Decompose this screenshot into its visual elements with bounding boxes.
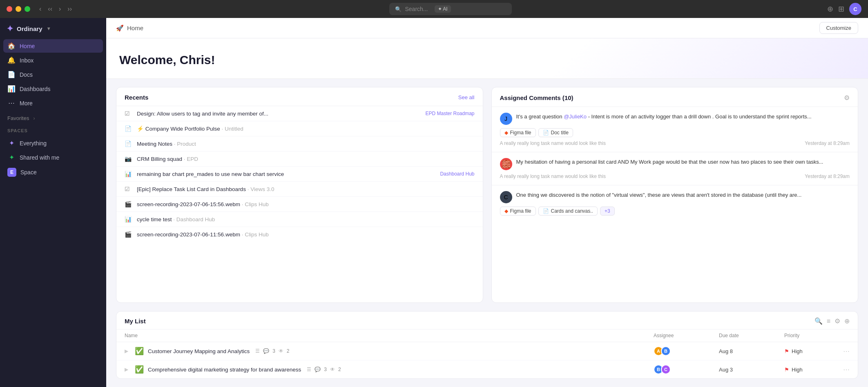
main-content: 🚀 Home Customize Welcome, Chris! Recents… — [106, 18, 868, 387]
sidebar-item-home[interactable]: 🏠 Home — [3, 39, 103, 53]
recent-item-6[interactable]: 🎬 screen-recording-2023-07-06-15:56.webm… — [116, 197, 483, 212]
close-traffic-light[interactable] — [7, 6, 12, 12]
sidebar-item-everything[interactable]: ✦ Everything — [3, 136, 103, 150]
grid-icon[interactable]: ⊞ — [838, 4, 844, 13]
workspace-header[interactable]: ✦ Ordinary ▾ — [0, 18, 106, 38]
shared-icon: ✦ — [7, 153, 16, 161]
recent-item-3[interactable]: 📷 CRM Billing squad · EPD — [116, 151, 483, 167]
ai-label: ✦ AI — [438, 6, 448, 12]
home-icon: 🏠 — [7, 42, 16, 50]
task-meta-count-0: 3 — [272, 348, 275, 354]
customize-button[interactable]: Customize — [819, 22, 858, 34]
spaces-section-label: SPACES — [0, 124, 106, 135]
tag-figma-0[interactable]: ◆ Figma file — [500, 128, 536, 137]
sidebar-item-space-label: Space — [20, 169, 37, 176]
forward-arrow-left[interactable]: ‹‹ — [45, 4, 55, 13]
comments-card: Assigned Comments (10) ⚙ J It's a great … — [491, 87, 859, 303]
recent-title-6: screen-recording-2023-07-06-15:56.webm ·… — [137, 201, 475, 207]
recent-item-0[interactable]: ☑ Design: Allow users to tag and invite … — [116, 106, 483, 121]
check-icon-0[interactable]: ✅ — [135, 347, 144, 356]
duedate-cell-1: Aug 3 — [719, 367, 784, 373]
recent-badge-4: Dashboard Hub — [440, 171, 474, 177]
workspace-name: Ordinary — [17, 25, 42, 32]
mylist-settings-icon[interactable]: ⚙ — [835, 317, 840, 325]
priority-flag-0: ⚑ — [784, 348, 789, 354]
comment-time-1: Yesterday at 8:29am — [805, 173, 850, 179]
search-icon: 🔍 — [395, 6, 402, 12]
sidebar: ✦ Ordinary ▾ 🏠 Home 🔔 Inbox 📄 Docs 📊 Das… — [0, 18, 106, 387]
video-icon-6: 🎬 — [125, 201, 132, 207]
sidebar-item-more[interactable]: ⋯ More — [3, 96, 103, 110]
page-title: Home — [127, 24, 143, 31]
recent-item-1[interactable]: 📄 ⚡ Company Wide Portfolio Pulse · Untit… — [116, 121, 483, 136]
favorites-label: Favorites — [7, 115, 29, 121]
sidebar-item-shared[interactable]: ✦ Shared with me — [3, 151, 103, 164]
assignee-cell-1: B C — [654, 365, 719, 374]
recent-title-0: Design: Allow users to tag and invite an… — [137, 111, 420, 117]
mylist-filter-icon[interactable]: ≡ — [827, 318, 830, 325]
task-meta-eye-icon-0: 👁 — [279, 348, 283, 354]
comments-settings-icon[interactable]: ⚙ — [844, 94, 850, 102]
sidebar-item-inbox-label: Inbox — [20, 57, 33, 64]
recent-badge-0: EPD Master Roadmap — [425, 111, 474, 116]
assignee-avatars-0: A B — [654, 346, 671, 356]
comment-item-0: J It's a great question @JulieKo - Inten… — [492, 107, 858, 152]
comment-text-0: It's a great question @JulieKo - Intent … — [516, 113, 812, 121]
doc-icon-2: 📄 — [125, 140, 132, 147]
task-icon-5: ☑ — [125, 186, 132, 192]
task-meta-eye-icon-1: 👁 — [330, 367, 335, 372]
row-more-btn-1[interactable]: ⋯ — [833, 366, 850, 374]
sidebar-item-inbox[interactable]: 🔔 Inbox — [3, 53, 103, 67]
maximize-traffic-light[interactable] — [25, 6, 30, 12]
sidebar-item-docs-label: Docs — [20, 71, 33, 78]
comment-time-0: Yesterday at 8:29am — [805, 140, 850, 146]
col-name: Name — [125, 333, 654, 338]
page-breadcrumb: 🚀 Home — [116, 24, 143, 32]
tag-doc-0[interactable]: 📄 Doc title — [538, 128, 573, 137]
priority-flag-1: ⚑ — [784, 367, 789, 373]
task-meta-1: ☰ 💬 3 👁 2 — [307, 367, 341, 372]
favorites-section[interactable]: Favorites › — [0, 112, 106, 124]
check-icon-1[interactable]: ✅ — [135, 365, 144, 374]
table-row[interactable]: ▶ ✅ Customer Journey Mapping and Analyti… — [116, 342, 858, 360]
recent-item-7[interactable]: 📊 cycle time test · Dashboard Hub — [116, 212, 483, 227]
titlebar-right: ⊕ ⊞ C — [827, 3, 861, 15]
assignee-avatars-1: B C — [654, 365, 671, 374]
sidebar-item-docs[interactable]: 📄 Docs — [3, 68, 103, 81]
sidebar-item-dashboards[interactable]: 📊 Dashboards — [3, 82, 103, 96]
sidebar-item-space[interactable]: E Space — [3, 165, 103, 180]
back-arrow[interactable]: ‹ — [37, 4, 44, 13]
add-icon[interactable]: ⊕ — [827, 4, 833, 13]
workspace-logo: ✦ — [7, 24, 13, 33]
tag-more-2[interactable]: +3 — [600, 207, 615, 216]
recents-see-all[interactable]: See all — [458, 94, 475, 100]
recent-title-7: cycle time test · Dashboard Hub — [137, 216, 475, 222]
minimize-traffic-light[interactable] — [16, 6, 21, 12]
mylist-add-icon[interactable]: ⊕ — [844, 317, 850, 325]
col-due-date: Due date — [719, 333, 784, 338]
mylist-search-icon[interactable]: 🔍 — [814, 317, 823, 325]
task-name-cell-0: ▶ ✅ Customer Journey Mapping and Analyti… — [125, 347, 654, 356]
table-row[interactable]: ▶ ✅ Comprehensive digital marketing stra… — [116, 360, 858, 378]
forward-arrow[interactable]: › — [56, 4, 63, 13]
mylist-table-header: Name Assignee Due date Priority — [116, 329, 858, 342]
recent-item-2[interactable]: 📄 Meeting Notes · Product — [116, 136, 483, 151]
comment-footer-1: A really really long task name would loo… — [500, 173, 850, 179]
user-avatar[interactable]: C — [849, 3, 861, 15]
recent-title-8: screen-recording-2023-07-06-11:56.webm ·… — [137, 231, 475, 238]
recent-item-8[interactable]: 🎬 screen-recording-2023-07-06-11:56.webm… — [116, 227, 483, 242]
doc-icon-tag-0: 📄 — [543, 130, 549, 136]
tag-canvas-2[interactable]: 📄 Cards and canvas.. — [538, 207, 598, 216]
main-topbar: 🚀 Home Customize — [106, 18, 868, 38]
row-more-btn-0[interactable]: ⋯ — [833, 347, 850, 355]
task-meta-view-1: 2 — [338, 367, 341, 372]
assignee-av-c: C — [661, 365, 671, 374]
global-search-bar[interactable]: 🔍 Search... ✦ AI — [389, 3, 512, 15]
recent-item-4[interactable]: 📊 remaining bar chart pre_mades to use n… — [116, 167, 483, 182]
task-meta-count-1: 3 — [324, 367, 327, 372]
task-meta-0: ☰ 💬 3 👁 2 — [255, 348, 289, 354]
forward-arrow-right[interactable]: ›› — [65, 4, 74, 13]
ai-badge[interactable]: ✦ AI — [435, 5, 451, 13]
recent-item-5[interactable]: ☑ [Epic] Replace Task List Card in Dashb… — [116, 182, 483, 197]
tag-figma-2[interactable]: ◆ Figma file — [500, 207, 536, 216]
